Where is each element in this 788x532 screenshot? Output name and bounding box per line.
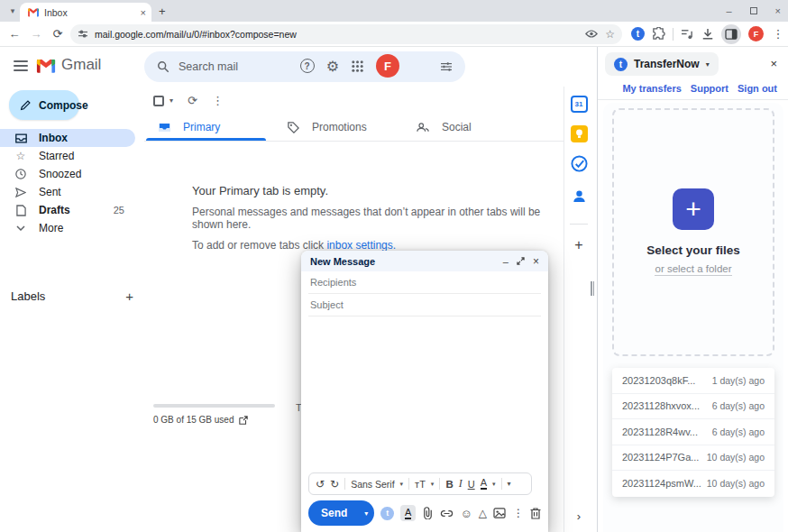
collapse-panel-icon[interactable]: › — [577, 509, 581, 523]
inbox-settings-link[interactable]: inbox settings. — [326, 239, 396, 252]
font-size-icon[interactable]: тT — [415, 479, 426, 490]
add-files-button[interactable]: + — [673, 188, 714, 230]
transfernow-attach-icon[interactable]: t — [380, 507, 394, 520]
gmail-account-avatar[interactable]: F — [376, 54, 399, 78]
contacts-icon[interactable] — [572, 188, 587, 207]
sidebar-item-inbox[interactable]: Inbox — [0, 129, 135, 147]
search-icon[interactable] — [157, 60, 170, 73]
back-icon[interactable]: ← — [4, 27, 25, 41]
redo-icon[interactable]: ↻ — [330, 478, 339, 491]
recipients-field[interactable]: Recipients — [308, 271, 541, 294]
new-tab-button[interactable]: + — [159, 5, 166, 18]
star-icon: ☆ — [14, 150, 27, 162]
list-more-icon[interactable]: ⋮ — [212, 94, 224, 107]
select-all-checkbox[interactable] — [153, 96, 164, 106]
empty-title: Your Primary tab is empty. — [192, 184, 564, 197]
compose-button[interactable]: Compose — [9, 90, 79, 120]
attach-file-icon[interactable] — [422, 507, 434, 519]
search-options-icon[interactable] — [440, 61, 453, 72]
font-family-selector[interactable]: Sans Serif — [351, 479, 394, 490]
formatting-options-button[interactable]: A — [400, 505, 417, 521]
reload-icon[interactable]: ⟳ — [47, 27, 69, 41]
text-color-button[interactable]: A — [481, 478, 487, 490]
support-link[interactable]: Support — [691, 83, 728, 94]
extension-area: t F ⋮ — [631, 24, 785, 44]
create-label-icon[interactable]: + — [125, 289, 133, 304]
select-caret-icon[interactable]: ▾ — [170, 96, 173, 105]
address-bar[interactable]: mail.google.com/mail/u/0/#inbox?compose=… — [70, 24, 622, 44]
get-addons-icon[interactable]: + — [574, 237, 582, 253]
transfer-list-item[interactable]: 20231124P7Ga... 10 day(s) ago — [612, 445, 774, 472]
keep-icon[interactable] — [571, 125, 588, 142]
send-button[interactable]: Send ▾ — [308, 500, 374, 526]
tab-promotions[interactable]: Promotions — [273, 114, 402, 141]
settings-gear-icon[interactable]: ⚙ — [326, 58, 339, 75]
discard-draft-icon[interactable] — [530, 507, 541, 519]
more-options-icon[interactable]: ⋮ — [513, 507, 524, 519]
downloads-icon[interactable] — [701, 28, 714, 41]
transfer-list-item[interactable]: 20231124psmW... 10 day(s) ago — [612, 471, 774, 497]
sidebar-item-more[interactable]: More — [0, 219, 135, 237]
insert-drive-icon[interactable]: △ — [479, 507, 487, 519]
bookmark-star-icon[interactable]: ☆ — [605, 28, 615, 41]
main-menu-icon[interactable] — [14, 60, 28, 71]
insert-emoji-icon[interactable]: ☺ — [460, 507, 472, 520]
sign-out-link[interactable]: Sign out — [738, 83, 777, 94]
site-settings-icon[interactable] — [78, 30, 88, 39]
window-minimize-icon[interactable]: – — [726, 5, 731, 16]
message-body-field[interactable] — [308, 317, 541, 471]
sidebar-item-sent[interactable]: Sent — [0, 183, 135, 201]
browser-menu-icon[interactable]: ⋮ — [771, 27, 785, 41]
compose-header[interactable]: New Message – × — [301, 251, 548, 271]
tab-close-icon[interactable]: × — [141, 7, 146, 18]
sidebar-item-starred[interactable]: ☆ Starred — [0, 147, 135, 165]
insert-link-icon[interactable] — [440, 509, 454, 518]
more-formatting-icon[interactable]: ▾ — [508, 480, 511, 488]
apps-grid-icon[interactable] — [351, 60, 364, 73]
browser-tab[interactable]: Inbox × — [20, 3, 151, 22]
side-panel-button[interactable] — [721, 24, 741, 44]
compose-close-icon[interactable]: × — [533, 255, 539, 268]
undo-icon[interactable]: ↺ — [316, 478, 325, 491]
eye-icon[interactable] — [585, 29, 598, 39]
underline-button[interactable]: U — [468, 479, 475, 490]
window-close-icon[interactable]: × — [775, 5, 781, 16]
chevron-down-icon[interactable]: ▾ — [431, 481, 435, 488]
transfernow-extension-icon[interactable]: t — [631, 27, 645, 41]
bold-button[interactable]: B — [445, 479, 453, 490]
open-in-new-icon[interactable] — [239, 416, 248, 425]
transfer-list-item[interactable]: 20231128hxvox... 6 day(s) ago — [612, 394, 774, 420]
sidebar-item-drafts[interactable]: Drafts 25 — [0, 201, 135, 219]
tab-primary[interactable]: Primary — [144, 114, 273, 141]
transfer-list-item[interactable]: 20231203q8kF... 1 day(s) ago — [612, 368, 774, 394]
compose-minimize-icon[interactable]: – — [503, 256, 509, 267]
calendar-icon[interactable]: 31 — [571, 96, 588, 113]
compose-popout-icon[interactable] — [517, 257, 525, 265]
forward-icon[interactable]: → — [25, 27, 47, 41]
file-dropzone[interactable]: + Select your files or select a folder — [612, 108, 774, 356]
italic-button[interactable]: I — [459, 477, 463, 491]
chevron-down-icon[interactable]: ▾ — [400, 481, 404, 488]
select-folder-link[interactable]: or select a folder — [655, 263, 731, 276]
subject-field[interactable]: Subject — [308, 294, 541, 316]
window-maximize-icon[interactable] — [750, 7, 757, 14]
send-options-icon[interactable]: ▾ — [357, 509, 374, 518]
panel-resize-handle[interactable] — [591, 281, 595, 296]
transfernow-header-dropdown[interactable]: t TransferNow ▾ — [605, 52, 719, 76]
my-transfers-link[interactable]: My transfers — [622, 83, 681, 94]
sidebar-item-snoozed[interactable]: Snoozed — [0, 165, 135, 183]
browser-profile-avatar[interactable]: F — [748, 26, 764, 41]
extensions-puzzle-icon[interactable] — [652, 27, 665, 41]
insert-photo-icon[interactable] — [493, 508, 506, 518]
panel-close-icon[interactable]: × — [770, 57, 777, 70]
refresh-icon[interactable]: ⟳ — [188, 94, 197, 107]
tasks-icon[interactable] — [571, 155, 588, 176]
chevron-down-icon[interactable]: ▾ — [492, 481, 496, 488]
help-icon[interactable]: ? — [300, 59, 315, 73]
transfer-list-item[interactable]: 20231128R4wv... 6 day(s) ago — [612, 419, 774, 445]
url-text[interactable]: mail.google.com/mail/u/0/#inbox?compose=… — [95, 29, 585, 40]
tab-search-icon[interactable]: ▾ — [5, 4, 20, 18]
media-controls-icon[interactable] — [681, 28, 694, 40]
tab-social[interactable]: Social — [402, 114, 531, 141]
empty-description: Personal messages and messages that don’… — [192, 206, 564, 231]
